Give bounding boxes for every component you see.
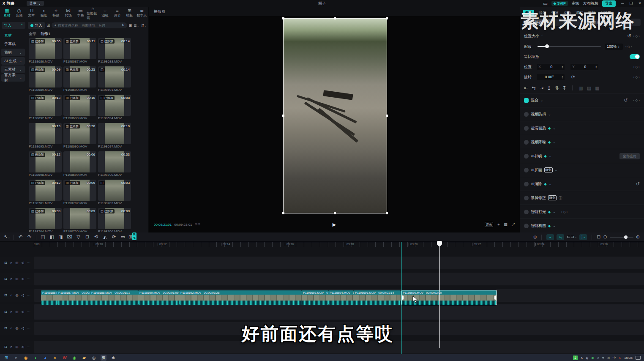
mute-icon[interactable]: ◁: [21, 277, 24, 281]
timeline-zoom-slider[interactable]: [610, 237, 633, 238]
redo-icon[interactable]: ↷: [25, 234, 34, 240]
align-center-v-icon[interactable]: ⇅: [555, 86, 559, 90]
resize-handle[interactable]: [282, 212, 284, 214]
feature-tab[interactable]: ✧ 特效: [50, 8, 62, 18]
chevron-down-icon[interactable]: ⌄: [553, 126, 556, 130]
media-item[interactable]: ◫已添加 00:08 P1198706.MOV: [98, 208, 131, 232]
track-lane[interactable]: [34, 273, 644, 285]
media-item[interactable]: ◫已添加 00:08 P1198694.MOV: [98, 95, 131, 121]
collapse-icon[interactable]: ⌃: [541, 34, 543, 38]
preview-axis-toggle[interactable]: ┆⌄: [579, 234, 587, 240]
feature-checkbox[interactable]: [524, 140, 529, 145]
keyframe-control[interactable]: ‹◇›: [561, 210, 568, 214]
lock-icon[interactable]: ∩: [10, 310, 13, 314]
feature-checkbox[interactable]: [524, 112, 529, 117]
align-bottom-icon[interactable]: ↧: [562, 86, 566, 90]
feature-checkbox[interactable]: [524, 210, 529, 214]
search-input[interactable]: [58, 24, 120, 27]
review-button[interactable]: 审阅: [572, 1, 579, 6]
media-item[interactable]: ◫已添加 00:11 P1198687.MOV: [63, 38, 96, 64]
media-nav-item[interactable]: AI 生成⌄: [1, 57, 25, 65]
more-icon[interactable]: ⋯: [27, 310, 30, 314]
taskbar-app-icon[interactable]: ⊞: [3, 355, 9, 361]
feature-tab[interactable]: ⌂ 智能包装: [87, 6, 99, 20]
reverse-icon[interactable]: ⟲: [92, 234, 101, 240]
feature-tab[interactable]: TI 文本: [25, 8, 38, 18]
chevron-down-icon[interactable]: ⌄: [553, 210, 556, 214]
timeline-clip[interactable]: P1198696.MOV 00:00:01:14: [354, 290, 401, 305]
keyframe-control[interactable]: ‹◇›: [625, 45, 632, 49]
taskbar-app-icon[interactable]: ✕: [52, 355, 58, 361]
media-item[interactable]: ◫已添加 00:14 P1198688.MOV: [98, 38, 131, 64]
align-center-h-icon[interactable]: ⇆: [532, 86, 535, 90]
chevron-down-icon[interactable]: ⌄: [553, 224, 556, 228]
lock-icon[interactable]: ∩: [10, 345, 13, 349]
freeze-frame-icon[interactable]: ⊡: [83, 234, 92, 240]
chevron-down-icon[interactable]: ⌄: [548, 112, 551, 116]
more-icon[interactable]: ⋯: [27, 261, 30, 265]
taskbar-app-icon[interactable]: ◕: [42, 355, 48, 361]
grid-view-icon[interactable]: ⊞: [129, 24, 132, 27]
position-y-box[interactable]: Y 0 ▴▾: [570, 64, 598, 70]
display-icon[interactable]: ▭: [543, 1, 547, 6]
rotate-value-box[interactable]: 0.00° ▴▾: [537, 74, 565, 80]
taskbar-clock[interactable]: 15:35: [624, 356, 633, 360]
track-lane[interactable]: [34, 257, 644, 269]
split-icon[interactable]: ◫: [38, 234, 47, 240]
feature-tab[interactable]: ⊞ 模板: [123, 8, 136, 18]
quality-select[interactable]: 原画: [485, 222, 493, 227]
align-left-icon[interactable]: ⇤: [524, 86, 528, 90]
feature-checkbox[interactable]: [524, 154, 529, 159]
media-source-tab[interactable]: 制作1: [41, 31, 50, 37]
media-item[interactable]: ◫已添加 00:12 P1198701.MOV: [29, 180, 62, 206]
feature-tab[interactable]: ◖ 贴纸: [38, 8, 50, 18]
fullscreen-icon[interactable]: ⤢: [512, 223, 515, 227]
media-nav-item[interactable]: 素材: [1, 32, 25, 39]
mirror-icon[interactable]: ◭: [101, 234, 109, 240]
video-preview[interactable]: [283, 18, 387, 213]
media-item[interactable]: ◫已添加 00:14 P1198691.MOV: [98, 66, 131, 93]
keyframe-control[interactable]: ‹◇›: [633, 34, 640, 38]
tray-icon[interactable]: ψ: [586, 356, 589, 360]
tray-icon[interactable]: 中: [613, 356, 616, 360]
media-nav-item[interactable]: 官方素材⌄: [1, 74, 25, 82]
feature-checkbox[interactable]: [524, 182, 529, 186]
position-x-box[interactable]: X 0 ▴▾: [537, 64, 565, 70]
select-tool[interactable]: ↖⌄: [3, 234, 11, 240]
tray-icon[interactable]: ∧: [581, 356, 583, 360]
media-item[interactable]: ◫已添加 00:09 P1198705.MOV: [63, 208, 96, 232]
media-item[interactable]: ◫已添加 00:33 P1198700.MOV: [98, 151, 131, 178]
timeline-zoom-out-icon[interactable]: ⊖: [603, 235, 607, 239]
media-item[interactable]: ◫已添加 00:10 P1198693.MOV: [63, 95, 96, 121]
feature-tab[interactable]: ▦ 素材: [1, 8, 13, 18]
play-button[interactable]: ▶: [149, 222, 520, 227]
tray-icon[interactable]: ◉: [591, 356, 594, 360]
layout-toggle-icon[interactable]: ⊞: [46, 23, 50, 27]
feature-checkbox[interactable]: [524, 224, 529, 228]
align-top-icon[interactable]: ↥: [547, 86, 551, 90]
more-icon[interactable]: ⋯: [27, 277, 30, 281]
reset-icon[interactable]: ↺: [624, 98, 628, 103]
stepper[interactable]: ▴▾: [562, 65, 563, 68]
media-item[interactable]: ◫已添加 00:06 P1198686.MOV: [29, 38, 62, 64]
keyframe-control[interactable]: ‹◇›: [633, 65, 640, 69]
feature-tab[interactable]: ≡ 调节: [111, 8, 123, 18]
chevron-down-icon[interactable]: ⌄: [549, 154, 552, 158]
auto-snap-toggle[interactable]: ≒: [557, 234, 564, 240]
track-lane[interactable]: [34, 304, 644, 320]
taskbar-app-icon[interactable]: ⌕: [13, 355, 19, 361]
taskbar-app-icon[interactable]: ◉: [71, 355, 77, 361]
timeline-zoom-in-icon[interactable]: ⊕: [636, 235, 640, 239]
stepper[interactable]: ▴▾: [562, 75, 563, 79]
apply-all-button[interactable]: 全部应用: [619, 153, 640, 159]
link-toggle[interactable]: ⊂⊃⌄: [567, 235, 577, 239]
eye-icon[interactable]: ◎: [15, 261, 18, 265]
scale-value-box[interactable]: 100% ▴▾: [605, 44, 623, 50]
maximize-button[interactable]: ❐: [629, 1, 633, 5]
media-item[interactable]: ◫已添加 00:06 P1198699.MOV: [63, 151, 96, 178]
tray-icon[interactable]: S: [619, 356, 621, 360]
undo-icon[interactable]: ↶: [16, 234, 25, 240]
tray-icon[interactable]: ⇣: [573, 356, 578, 360]
mute-icon[interactable]: ◁: [21, 345, 24, 349]
media-item[interactable]: ◫已添加 00:13 P1198692.MOV: [29, 95, 62, 121]
